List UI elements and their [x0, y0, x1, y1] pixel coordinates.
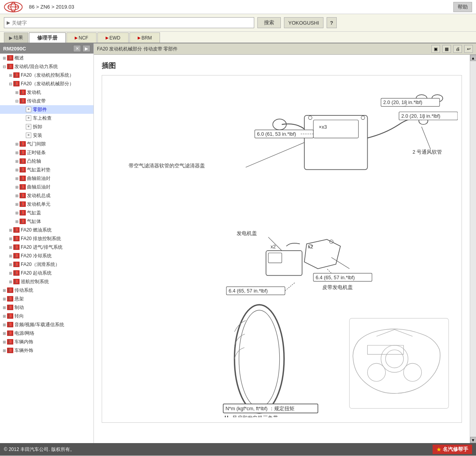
- tree-item-fa20-cooling[interactable]: ⊞ 📕 FA20 冷却系统: [0, 251, 93, 260]
- tree-item-camshaft[interactable]: ⊞ 📕 凸轮轴: [0, 157, 93, 165]
- tree-item-oncar[interactable]: ≡ 车上检查: [0, 114, 93, 122]
- svg-text:6.4 (65, 57 in.*lbf): 6.4 (65, 57 in.*lbf): [316, 275, 355, 280]
- search-button[interactable]: 搜索: [257, 17, 281, 28]
- tab-brm[interactable]: ▶ BRM: [129, 32, 160, 43]
- book-icon-fa20-intake: 📕: [13, 244, 20, 250]
- svg-text:风扇和发电机三角带: 风扇和发电机三角带: [232, 415, 278, 417]
- book-icon-engine-unit: 📕: [20, 201, 26, 207]
- expand-cylinder-block-icon: ⊞: [14, 219, 20, 224]
- toolbar-print-button[interactable]: 🖨: [453, 45, 462, 53]
- tree-item-crank-rear[interactable]: ⊞ 📕 曲轴后油封: [0, 183, 93, 191]
- tree-label-cylinder-gasket: 气缸盖衬垫: [27, 166, 50, 173]
- tab-ewd[interactable]: ▶ EWD: [97, 32, 129, 43]
- tree-item-fa20-start[interactable]: ⊞ 📕 FA20 起动系统: [0, 269, 93, 277]
- tree-label-exterior: 车辆外饰: [14, 347, 33, 354]
- tab-results-label: 结果: [14, 34, 23, 41]
- tree-item-engine-unit[interactable]: ⊞ 📕 发动机单元: [0, 200, 93, 208]
- tree-label-engine-assembly: 发动机总成: [27, 192, 50, 199]
- tree-label-engine-unit: 发动机单元: [27, 201, 50, 208]
- tree-item-parts[interactable]: ≡ 零部件: [0, 105, 93, 114]
- toolbar-grid2-button[interactable]: ▦: [442, 45, 451, 53]
- book-icon-chassis: 📕: [7, 296, 13, 302]
- tree-item-fa20-intake[interactable]: ⊞ 📕 FA20 进气/排气系统: [0, 243, 93, 251]
- book-icon-cylinder-gasket: 📕: [20, 167, 26, 172]
- tree-item-crank-front[interactable]: ⊞ 📕 曲轴前油封: [0, 174, 93, 183]
- right-scrollbar[interactable]: ▲ ▼: [470, 55, 476, 443]
- yokogushi-button[interactable]: YOKOGUSHI: [284, 17, 323, 28]
- tree-item-exterior[interactable]: ⊞ 📕 车辆外饰: [0, 346, 93, 355]
- tree-item-chassis[interactable]: ⊞ 📕 悬架: [0, 294, 93, 303]
- expand-transmission-icon: ⊞: [2, 287, 7, 293]
- svg-rect-31: [268, 253, 282, 263]
- tree-item-fa20-mech[interactable]: ⊟ 📕 FA20（发动机机械部分）: [0, 79, 93, 88]
- tree-item-engine-node[interactable]: ⊞ 📕 发动机: [0, 88, 93, 97]
- tree-label-fa20-cooling: FA20 冷却系统: [21, 252, 52, 259]
- tree-item-engine-hybrid[interactable]: ⊟ 📕 发动机/混合动力系统: [0, 62, 93, 71]
- tree-item-install[interactable]: ≡ 安装: [0, 131, 93, 140]
- tab-ncf-arrow: ▶: [75, 36, 78, 40]
- folder-icon-engine: 📕: [20, 90, 26, 95]
- tree-item-fa20-control[interactable]: ⊞ 📕 FA20（发动机控制系统）: [0, 71, 93, 79]
- svg-text:带空气滤清器软管的空气滤清器盖: 带空气滤清器软管的空气滤清器盖: [129, 163, 205, 169]
- svg-text:6.4 (65, 57 in.*lbf): 6.4 (65, 57 in.*lbf): [228, 288, 268, 294]
- svg-line-28: [422, 127, 431, 149]
- svg-point-53: [404, 363, 422, 381]
- tree-label-interior: 车辆内饰: [14, 338, 33, 345]
- expand-chassis-icon: ⊞: [2, 296, 7, 302]
- search-input[interactable]: [12, 20, 251, 26]
- tab-results[interactable]: ▶ 结果: [4, 32, 28, 43]
- tree-item-fa20-lube[interactable]: ⊞ 📕 FA20（润滑系统）: [0, 260, 93, 269]
- tree-label-belt: 传动皮带: [27, 97, 46, 104]
- tree-item-power[interactable]: ⊞ 📕 电源/网络: [0, 329, 93, 338]
- question-button[interactable]: ?: [327, 17, 337, 28]
- tree-item-belt[interactable]: ⊟ 📕 传动皮带: [0, 97, 93, 105]
- brand-logo: ★ 名汽修帮手: [433, 445, 472, 454]
- expand-exterior-icon: ⊞: [2, 348, 7, 354]
- book-icon-brake: 📕: [7, 305, 13, 310]
- tree-item-cruise[interactable]: ⊞ 📕 巡航控制系统: [0, 277, 93, 286]
- expand-engine-assembly-icon: ⊞: [14, 193, 20, 199]
- tab-ncf[interactable]: ▶ NCF: [66, 32, 97, 43]
- tree-item-timing[interactable]: ⊞ 📕 正时链条: [0, 148, 93, 157]
- svg-text:H: H: [225, 415, 228, 417]
- page-icon-parts: ≡: [26, 107, 31, 112]
- tree-item-cylinder-block[interactable]: ⊞ 📕 气缸体: [0, 217, 93, 226]
- tab-manual[interactable]: 修理手册: [29, 32, 66, 43]
- tab-ewd-label: EWD: [110, 35, 120, 41]
- sidebar-close-button[interactable]: ✕: [73, 45, 81, 52]
- tree-item-transmission[interactable]: ⊞ 📕 传动系统: [0, 286, 93, 294]
- tree-item-brake[interactable]: ⊞ 📕 制动: [0, 303, 93, 312]
- tree-item-valve[interactable]: ⊞ 📕 气门间隙: [0, 140, 93, 148]
- sidebar-nav-button[interactable]: ▶: [83, 45, 90, 52]
- tree-item-gaisu[interactable]: ⊞ 📕 概述: [0, 54, 93, 62]
- toolbar-back-button[interactable]: ↩: [464, 45, 473, 53]
- svg-line-26: [246, 142, 304, 167]
- sidebar-header: RM2090C ✕ ▶: [0, 43, 93, 54]
- content-area: FA20 发动机机械部分 传动皮带 零部件 ▣ ▦ 🖨 ↩ 插图: [94, 43, 476, 443]
- tree-item-engine-assembly[interactable]: ⊞ 📕 发动机总成: [0, 191, 93, 200]
- main-area: RM2090C ✕ ▶ ⊞ 📕 概述 ⊟ 📕 发动机/混合动力系统 ⊞ 📕 FA…: [0, 43, 476, 443]
- help-button[interactable]: 帮助: [453, 2, 472, 12]
- tab-bar: ▶ 结果 修理手册 ▶ NCF ▶ EWD ▶ BRM: [0, 32, 476, 43]
- toolbar-grid1-button[interactable]: ▣: [431, 45, 440, 53]
- expand-timing-icon: ⊞: [14, 150, 20, 156]
- svg-point-46: [234, 305, 284, 413]
- tree-item-av[interactable]: ⊞ 📕 音频/视频/车载通信系统: [0, 320, 93, 329]
- book-icon-engine-hybrid: 📕: [7, 64, 13, 69]
- tree-item-cylinder-gasket[interactable]: ⊞ 📕 气缸盖衬垫: [0, 165, 93, 174]
- scroll-up-button[interactable]: ▲: [470, 55, 476, 61]
- book-icon-cruise: 📕: [13, 279, 20, 284]
- scroll-down-button[interactable]: ▼: [470, 437, 476, 443]
- svg-text:6.0 (61, 53 in.*lbf): 6.0 (61, 53 in.*lbf): [257, 131, 296, 137]
- expand-brake-icon: ⊞: [2, 305, 7, 311]
- tree-item-steering[interactable]: ⊞ 📕 转向: [0, 312, 93, 320]
- brand-name: 名汽修帮手: [443, 446, 468, 453]
- tree-item-remove[interactable]: ≡ 拆卸: [0, 122, 93, 131]
- tree-item-fa20-fuel[interactable]: ⊞ 📕 FA20 燃油系统: [0, 226, 93, 234]
- tree-label-crank-front: 曲轴前油封: [27, 175, 50, 182]
- tree-item-interior[interactable]: ⊞ 📕 车辆内饰: [0, 338, 93, 346]
- book-icon-camshaft: 📕: [20, 158, 26, 164]
- tree-item-fa20-emission[interactable]: ⊞ 📕 FA20 排放控制系统: [0, 234, 93, 243]
- tree-label-brake: 制动: [14, 304, 24, 311]
- tree-item-cylinder-head[interactable]: ⊞ 📕 气缸盖: [0, 208, 93, 217]
